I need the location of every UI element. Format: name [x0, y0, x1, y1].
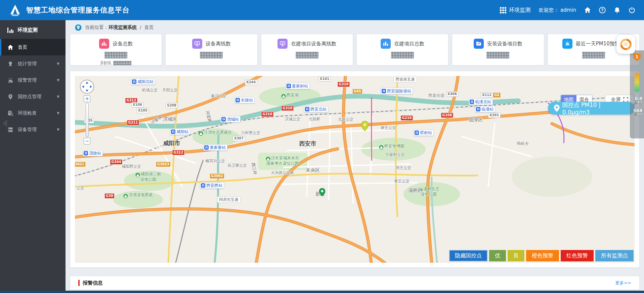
- map-label-place: 立交: [77, 185, 84, 191]
- road-badge: X105: [137, 108, 149, 113]
- stat-card-subline: β射线: [70, 60, 162, 65]
- red-accent-bar: [78, 280, 80, 286]
- pm10-marker-pin[interactable]: [361, 121, 369, 132]
- map-legend-buttons: 隐藏国控点优良橙色预警红色预警所有监测点: [449, 250, 634, 261]
- map-button-红色预警[interactable]: 红色预警: [561, 250, 594, 261]
- road-badge: G310: [337, 82, 350, 87]
- map-label-station[interactable]: Ω窑村站: [414, 130, 434, 136]
- map-label-station[interactable]: Ω西安西站: [200, 182, 224, 189]
- map-label-station[interactable]: Ω西安国际港站: [381, 88, 413, 94]
- map-card: Ω咸阳北站Ω童家村站Ω西安国际港站Ω长陵站Ω西安北站Ω渭城站Ω临潼北站Ω临潼站Ω…: [70, 71, 639, 267]
- metro-icon: Ω: [470, 100, 474, 104]
- map-button-所有监测点[interactable]: 所有监测点: [595, 250, 634, 261]
- map-label-station[interactable]: Ω长陵站: [234, 97, 255, 103]
- redacted-value: [200, 52, 223, 58]
- breadcrumb: 当前位置：环境监测系统 / 首页: [66, 20, 644, 34]
- map-label-station[interactable]: Ω临潼北站: [469, 99, 493, 105]
- chevron-down-icon: ▼: [57, 78, 59, 82]
- metro-icon: Ω: [171, 130, 175, 134]
- alarm-section: 报警信息 更多>>: [70, 276, 639, 290]
- username: admin: [560, 7, 576, 13]
- park-icon: ▲: [136, 173, 140, 177]
- sidebar-collapse-arrow-icon[interactable]: [3, 120, 7, 127]
- road-badge: G3023: [156, 162, 171, 167]
- map-label-district: 渭城区: [163, 116, 177, 122]
- map-label-station[interactable]: Ω渭城站: [220, 116, 241, 123]
- map-label-town: 韩峪乡: [517, 141, 529, 146]
- pin-icon: [554, 104, 560, 112]
- road-badge: G344: [110, 159, 122, 165]
- map-label-station[interactable]: Ω童家村站: [286, 83, 310, 89]
- stat-card-title: 在建项目设备离线数: [291, 41, 336, 47]
- map-label-station[interactable]: Ω咸阳站: [170, 129, 190, 135]
- breadcrumb-system[interactable]: 环境监测系统: [109, 25, 137, 30]
- map-label-station[interactable]: Ω西安北站: [304, 106, 328, 113]
- monitor-marker-pin[interactable]: [319, 188, 325, 198]
- power-icon[interactable]: [629, 7, 635, 13]
- sidebar-item-5[interactable]: 环境检查▼: [0, 105, 66, 121]
- app-switcher[interactable]: 环境监测: [500, 7, 530, 14]
- park-icon: ▲: [124, 194, 128, 198]
- bell-icon[interactable]: [614, 7, 620, 13]
- security-suite-logo[interactable]: [616, 35, 635, 54]
- map-button-良[interactable]: 良: [508, 250, 524, 261]
- map-label-station[interactable]: Ω茂陵站: [83, 150, 103, 157]
- more-link[interactable]: 更多>>: [615, 280, 631, 286]
- road-badge: X306: [446, 91, 459, 97]
- map-label-station[interactable]: Ω临潼站: [475, 106, 495, 113]
- map[interactable]: Ω咸阳北站Ω童家村站Ω西安国际港站Ω长陵站Ω西安北站Ω渭城站Ω临潼北站Ω临潼站Ω…: [75, 76, 635, 263]
- redacted-value: [104, 52, 127, 58]
- sidebar-item-6[interactable]: 设备管理▼: [0, 121, 66, 138]
- map-label-place: 帽耳刘立交: [206, 159, 225, 164]
- map-label-boxed: 西安港互通: [393, 76, 417, 83]
- zoom-in-button[interactable]: +: [84, 95, 90, 102]
- sidebar-item-4[interactable]: 国控点管理▼: [0, 88, 66, 105]
- map-label-place: 六村堡立交: [241, 130, 260, 135]
- zoom-out-button[interactable]: −: [84, 138, 90, 144]
- sidebar-item-1[interactable]: 首页: [0, 39, 66, 55]
- network-speed-widget[interactable]: 1 0.8 ▲ K/s 568 ▼ K/s: [630, 50, 644, 138]
- map-button-橙色预警[interactable]: 橙色预警: [526, 250, 559, 261]
- map-label-station[interactable]: Ω黄家寨站: [203, 144, 227, 151]
- award-icon: [7, 61, 13, 67]
- zoom-track[interactable]: [86, 103, 89, 137]
- chevron-down-icon: ▼: [57, 62, 59, 66]
- map-pan-control[interactable]: [80, 79, 94, 94]
- metro-icon: Ω: [415, 131, 419, 135]
- monitorx-icon: [277, 39, 288, 49]
- stat-card-title: 设备总数: [113, 41, 133, 47]
- sidebar-item-3[interactable]: 报警管理▼: [0, 72, 66, 88]
- help-icon[interactable]: ?: [599, 7, 606, 13]
- map-label-district: 临潼区: [469, 117, 483, 123]
- download-speed: 568 ▼ K/s: [630, 109, 644, 116]
- map-label-station[interactable]: Ω咸阳北站: [131, 79, 155, 85]
- map-button-优[interactable]: 优: [489, 250, 506, 261]
- map-label-boxed: 阿房宫互通: [217, 197, 241, 203]
- sidebar-item-2[interactable]: 统计管理▼: [0, 55, 66, 72]
- map-label-town: 西泉街道: [428, 93, 444, 98]
- map-label-place: 汉城立交: [285, 117, 300, 122]
- welcome-text: 欢迎您： admin: [539, 7, 576, 13]
- breadcrumb-page[interactable]: 首页: [144, 25, 154, 30]
- road-badge: X101: [318, 76, 331, 82]
- main-content: 当前位置：环境监测系统 / 首页 设备总数β射线设备离线数在建项目设备离线数在建…: [66, 20, 644, 293]
- map-label-place: 机场立交: [142, 88, 158, 93]
- stat-card-4: 在建项目总数: [357, 34, 448, 65]
- map-label-place: 北苑桥: [309, 117, 320, 122]
- folder-icon: [474, 39, 484, 49]
- redacted-value: [296, 52, 318, 58]
- map-zoom-slider[interactable]: + −: [83, 95, 91, 144]
- park-icon: ▲: [199, 131, 203, 136]
- bar-chart-icon: [7, 28, 14, 33]
- page-title: 智慧工地综合管理服务信息平台: [26, 5, 130, 15]
- park-icon: ▲: [379, 145, 384, 150]
- metro-icon: Ω: [305, 107, 309, 112]
- device-icon: [7, 127, 13, 133]
- map-button-隐藏国控点[interactable]: 隐藏国控点: [449, 250, 487, 261]
- metro-icon: Ω: [476, 107, 480, 112]
- metro-icon: Ω: [287, 84, 291, 88]
- map-label-place: 咸阳西立交: [122, 164, 141, 169]
- metro-icon: Ω: [84, 151, 88, 156]
- shield-badge: 1: [633, 53, 641, 61]
- home-icon[interactable]: [584, 7, 591, 13]
